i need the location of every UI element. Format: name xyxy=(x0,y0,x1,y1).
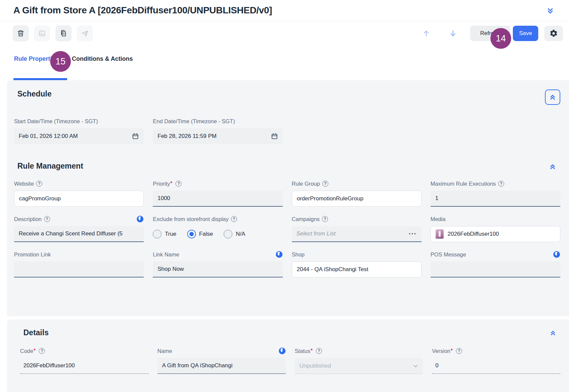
rule-properties-panel: Schedule Start Date/Time (Timezone - SGT… xyxy=(0,80,569,392)
previous-record-button[interactable] xyxy=(421,28,431,38)
end-date-label: End Date/Time (Timezone - SGT) xyxy=(153,118,282,125)
help-icon[interactable]: ? xyxy=(316,348,322,354)
details-card: Details Code*? Name Status*? xyxy=(7,320,569,392)
delete-button[interactable] xyxy=(13,25,29,41)
schedule-heading: Schedule xyxy=(17,89,51,99)
radio-icon[interactable] xyxy=(224,230,232,238)
settings-button[interactable] xyxy=(544,26,563,41)
website-input[interactable]: cagPromoGroup xyxy=(14,191,144,207)
details-section-header: Details xyxy=(20,328,560,337)
rule-group-label: Rule Group? xyxy=(292,180,422,187)
help-icon[interactable]: ? xyxy=(498,181,504,187)
help-icon[interactable]: ? xyxy=(39,348,45,354)
help-icon[interactable]: ? xyxy=(322,216,328,222)
promotion-link-label: Promotion Link xyxy=(14,251,144,258)
name-input[interactable]: A Gift from QA iShopChangi xyxy=(157,358,286,374)
arrow-up-icon xyxy=(422,29,431,38)
help-icon[interactable]: ? xyxy=(176,181,182,187)
radio-na[interactable]: N/A xyxy=(224,230,245,238)
rule-management-collapse-button[interactable] xyxy=(549,162,556,170)
website-label: Website? xyxy=(14,180,144,187)
start-date-input[interactable]: Feb 01, 2026 12:00 AM xyxy=(14,128,144,144)
arrow-down-icon xyxy=(449,29,457,38)
details-heading: Details xyxy=(23,328,48,337)
radio-selected-icon[interactable] xyxy=(187,230,196,238)
radio-false[interactable]: False xyxy=(187,230,213,238)
code-label: Code*? xyxy=(20,347,148,355)
calendar-icon[interactable] xyxy=(271,133,278,140)
globe-icon[interactable] xyxy=(136,215,144,223)
name-label: Name xyxy=(157,347,286,355)
tab-bar: Rule Properties Conditions & Actions xyxy=(0,45,569,80)
pos-message-label: POS Message xyxy=(431,251,560,258)
next-record-button[interactable] xyxy=(448,28,458,38)
campaigns-label: Campaigns? xyxy=(292,215,422,223)
rule-management-section-header: Rule Management xyxy=(14,162,560,171)
table-export-icon xyxy=(38,29,46,37)
annotation-badge-15: 15 xyxy=(50,51,71,72)
chevron-double-up-icon xyxy=(549,163,556,170)
priority-label: Priority*? xyxy=(153,180,282,187)
campaigns-input[interactable]: Select from List ••• xyxy=(292,226,422,242)
annotation-badge-14: 14 xyxy=(490,28,511,49)
media-thumbnail xyxy=(436,229,444,239)
save-button[interactable]: Save xyxy=(513,26,538,41)
shop-label: Shop xyxy=(292,251,422,258)
exclude-storefront-label: Exclude from storefront display? xyxy=(153,215,282,223)
help-icon[interactable]: ? xyxy=(456,348,462,354)
media-input[interactable]: 2026FebDiffuser100 xyxy=(431,226,560,242)
help-icon[interactable]: ? xyxy=(36,181,42,187)
deactivate-button xyxy=(34,25,50,41)
globe-icon[interactable] xyxy=(278,347,286,355)
schedule-rule-card: Schedule Start Date/Time (Timezone - SGT… xyxy=(7,80,569,316)
publish-button xyxy=(77,25,93,41)
exclude-storefront-radio-group: True False N/A xyxy=(153,226,282,242)
gear-icon xyxy=(549,29,558,38)
code-value: 2026FebDiffuser100 xyxy=(20,358,148,374)
rule-group-input[interactable]: orderPromotionRuleGroup xyxy=(292,191,422,207)
description-input[interactable]: Receive a Changi Scent Reed Diffuser (5 xyxy=(14,226,144,242)
send-icon xyxy=(81,29,89,37)
chevron-down-icon xyxy=(413,363,418,369)
globe-icon[interactable] xyxy=(275,251,283,258)
tab-conditions-actions[interactable]: Conditions & Actions xyxy=(71,55,133,80)
pos-message-input[interactable] xyxy=(431,261,560,277)
title-bar: A Gift from Store A [2026FebDiffuser100/… xyxy=(0,0,569,21)
schedule-collapse-button[interactable] xyxy=(545,89,560,105)
priority-input[interactable]: 1000 xyxy=(153,191,282,207)
details-collapse-button[interactable] xyxy=(550,328,556,336)
value-help-icon[interactable]: ••• xyxy=(409,231,417,236)
help-icon[interactable]: ? xyxy=(44,216,50,222)
max-executions-input[interactable]: 1 xyxy=(431,191,560,207)
link-name-input[interactable]: Shop Now xyxy=(153,261,282,277)
toolbar: Refresh Save xyxy=(0,21,569,45)
rule-management-heading: Rule Management xyxy=(17,162,83,171)
chevron-double-up-icon xyxy=(550,330,556,336)
help-icon[interactable]: ? xyxy=(231,216,237,222)
status-select: Unpublished xyxy=(295,358,423,374)
media-label: Media xyxy=(431,215,560,223)
page-title: A Gift from Store A [2026FebDiffuser100/… xyxy=(13,5,546,16)
radio-true[interactable]: True xyxy=(153,230,176,238)
chevron-double-down-icon[interactable] xyxy=(546,7,554,15)
start-date-label: Start Date/Time (Timezone - SGT) xyxy=(14,118,144,125)
copy-icon xyxy=(60,29,68,37)
description-label: Description? xyxy=(14,215,144,223)
max-executions-label: Maximum Rule Executions? xyxy=(431,180,560,187)
link-name-label: Link Name xyxy=(153,251,282,258)
help-icon[interactable]: ? xyxy=(322,181,328,187)
status-label: Status*? xyxy=(295,347,423,355)
shop-input[interactable]: 2044 - QA iShopChangi Test xyxy=(292,261,422,277)
schedule-section-header: Schedule xyxy=(14,89,560,105)
radio-icon[interactable] xyxy=(153,230,161,238)
end-date-input[interactable]: Feb 28, 2026 11:59 PM xyxy=(153,128,282,144)
version-value: 0 xyxy=(432,358,560,374)
calendar-icon[interactable] xyxy=(132,133,139,140)
trash-icon xyxy=(17,29,25,37)
version-label: Version*? xyxy=(432,347,560,355)
copy-button[interactable] xyxy=(55,25,72,41)
promotion-link-input[interactable] xyxy=(14,261,144,277)
chevron-double-up-icon xyxy=(549,93,556,101)
globe-icon[interactable] xyxy=(553,251,560,258)
